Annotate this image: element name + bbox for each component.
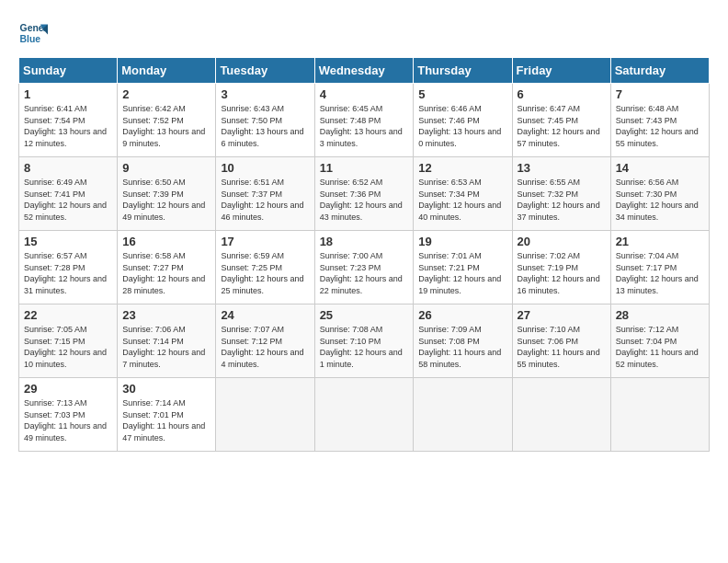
calendar-cell: 4 Sunrise: 6:45 AMSunset: 7:48 PMDayligh… (314, 84, 414, 157)
calendar-header-row: SundayMondayTuesdayWednesdayThursdayFrid… (19, 58, 710, 84)
day-number: 28 (616, 308, 704, 322)
weekday-header-sunday: Sunday (19, 58, 118, 84)
calendar-cell: 7 Sunrise: 6:48 AMSunset: 7:43 PMDayligh… (610, 84, 709, 157)
day-info: Sunrise: 6:51 AMSunset: 7:37 PMDaylight:… (221, 178, 303, 222)
day-number: 13 (518, 161, 606, 175)
calendar-week-4: 22 Sunrise: 7:05 AMSunset: 7:15 PMDaylig… (19, 304, 710, 378)
day-info: Sunrise: 6:56 AMSunset: 7:30 PMDaylight:… (616, 178, 699, 222)
day-number: 14 (616, 161, 704, 175)
day-number: 27 (518, 308, 606, 322)
day-number: 22 (24, 308, 112, 322)
weekday-header-monday: Monday (118, 58, 216, 84)
calendar-cell: 5 Sunrise: 6:46 AMSunset: 7:46 PMDayligh… (414, 84, 512, 157)
day-info: Sunrise: 7:05 AMSunset: 7:15 PMDaylight:… (24, 325, 107, 369)
calendar-cell: 13 Sunrise: 6:55 AMSunset: 7:32 PMDaylig… (512, 157, 610, 231)
day-number: 1 (24, 87, 112, 101)
calendar-cell: 17 Sunrise: 6:59 AMSunset: 7:25 PMDaylig… (216, 231, 314, 304)
day-number: 24 (221, 308, 309, 322)
calendar-cell (414, 378, 512, 452)
day-number: 26 (418, 308, 506, 322)
day-info: Sunrise: 6:48 AMSunset: 7:43 PMDaylight:… (616, 104, 699, 148)
day-info: Sunrise: 7:10 AMSunset: 7:06 PMDaylight:… (518, 325, 600, 369)
calendar-cell: 3 Sunrise: 6:43 AMSunset: 7:50 PMDayligh… (216, 84, 314, 157)
day-number: 3 (221, 87, 309, 101)
calendar-week-3: 15 Sunrise: 6:57 AMSunset: 7:28 PMDaylig… (19, 231, 710, 304)
day-info: Sunrise: 7:00 AMSunset: 7:23 PMDaylight:… (320, 251, 403, 295)
day-number: 7 (616, 87, 704, 101)
day-number: 29 (24, 382, 112, 396)
day-number: 12 (418, 161, 506, 175)
day-number: 17 (221, 235, 309, 248)
day-number: 10 (221, 161, 309, 175)
calendar-cell (610, 378, 709, 452)
calendar-cell (216, 378, 314, 452)
day-info: Sunrise: 7:09 AMSunset: 7:08 PMDaylight:… (418, 325, 501, 369)
day-info: Sunrise: 7:14 AMSunset: 7:01 PMDaylight:… (122, 398, 205, 442)
day-number: 25 (320, 308, 409, 322)
calendar-cell: 6 Sunrise: 6:47 AMSunset: 7:45 PMDayligh… (512, 84, 610, 157)
calendar-cell: 14 Sunrise: 6:56 AMSunset: 7:30 PMDaylig… (610, 157, 709, 231)
weekday-header-friday: Friday (512, 58, 610, 84)
day-number: 15 (24, 235, 112, 248)
calendar-cell: 8 Sunrise: 6:49 AMSunset: 7:41 PMDayligh… (19, 157, 118, 231)
calendar-cell: 15 Sunrise: 6:57 AMSunset: 7:28 PMDaylig… (19, 231, 118, 304)
calendar-cell: 10 Sunrise: 6:51 AMSunset: 7:37 PMDaylig… (216, 157, 314, 231)
calendar-cell: 16 Sunrise: 6:58 AMSunset: 7:27 PMDaylig… (118, 231, 216, 304)
day-number: 21 (616, 235, 704, 248)
day-info: Sunrise: 6:50 AMSunset: 7:39 PMDaylight:… (122, 178, 205, 222)
calendar-cell: 27 Sunrise: 7:10 AMSunset: 7:06 PMDaylig… (512, 304, 610, 378)
day-info: Sunrise: 6:45 AMSunset: 7:48 PMDaylight:… (320, 104, 403, 148)
day-info: Sunrise: 6:58 AMSunset: 7:27 PMDaylight:… (122, 251, 205, 295)
day-info: Sunrise: 7:07 AMSunset: 7:12 PMDaylight:… (221, 325, 303, 369)
day-info: Sunrise: 6:47 AMSunset: 7:45 PMDaylight:… (518, 104, 600, 148)
day-info: Sunrise: 7:01 AMSunset: 7:21 PMDaylight:… (418, 251, 501, 295)
day-number: 5 (418, 87, 506, 101)
weekday-header-wednesday: Wednesday (314, 58, 414, 84)
day-info: Sunrise: 6:42 AMSunset: 7:52 PMDaylight:… (122, 104, 205, 148)
calendar-cell: 12 Sunrise: 6:53 AMSunset: 7:34 PMDaylig… (414, 157, 512, 231)
day-info: Sunrise: 6:41 AMSunset: 7:54 PMDaylight:… (24, 104, 107, 148)
calendar-cell (512, 378, 610, 452)
calendar-cell: 26 Sunrise: 7:09 AMSunset: 7:08 PMDaylig… (414, 304, 512, 378)
calendar-cell: 20 Sunrise: 7:02 AMSunset: 7:19 PMDaylig… (512, 231, 610, 304)
calendar-cell: 29 Sunrise: 7:13 AMSunset: 7:03 PMDaylig… (19, 378, 118, 452)
calendar-cell: 18 Sunrise: 7:00 AMSunset: 7:23 PMDaylig… (314, 231, 414, 304)
day-number: 20 (518, 235, 606, 248)
day-info: Sunrise: 6:53 AMSunset: 7:34 PMDaylight:… (418, 178, 501, 222)
day-number: 23 (122, 308, 210, 322)
calendar-week-5: 29 Sunrise: 7:13 AMSunset: 7:03 PMDaylig… (19, 378, 710, 452)
calendar-cell: 22 Sunrise: 7:05 AMSunset: 7:15 PMDaylig… (19, 304, 118, 378)
day-info: Sunrise: 6:57 AMSunset: 7:28 PMDaylight:… (24, 251, 107, 295)
calendar-cell: 30 Sunrise: 7:14 AMSunset: 7:01 PMDaylig… (118, 378, 216, 452)
weekday-header-saturday: Saturday (610, 58, 709, 84)
calendar-cell: 1 Sunrise: 6:41 AMSunset: 7:54 PMDayligh… (19, 84, 118, 157)
day-info: Sunrise: 7:08 AMSunset: 7:10 PMDaylight:… (320, 325, 403, 369)
day-number: 4 (320, 87, 409, 101)
svg-text:Blue: Blue (20, 34, 41, 44)
calendar-cell: 9 Sunrise: 6:50 AMSunset: 7:39 PMDayligh… (118, 157, 216, 231)
day-info: Sunrise: 6:46 AMSunset: 7:46 PMDaylight:… (418, 104, 501, 148)
day-info: Sunrise: 7:06 AMSunset: 7:14 PMDaylight:… (122, 325, 205, 369)
day-number: 8 (24, 161, 112, 175)
calendar-cell: 21 Sunrise: 7:04 AMSunset: 7:17 PMDaylig… (610, 231, 709, 304)
weekday-header-tuesday: Tuesday (216, 58, 314, 84)
day-number: 19 (418, 235, 506, 248)
logo: General Blue (18, 18, 48, 48)
calendar-cell: 2 Sunrise: 6:42 AMSunset: 7:52 PMDayligh… (118, 84, 216, 157)
day-info: Sunrise: 6:49 AMSunset: 7:41 PMDaylight:… (24, 178, 107, 222)
day-number: 30 (122, 382, 210, 396)
day-info: Sunrise: 6:43 AMSunset: 7:50 PMDaylight:… (221, 104, 303, 148)
page-header: General Blue (18, 18, 710, 48)
day-info: Sunrise: 6:59 AMSunset: 7:25 PMDaylight:… (221, 251, 303, 295)
calendar-cell: 19 Sunrise: 7:01 AMSunset: 7:21 PMDaylig… (414, 231, 512, 304)
calendar-cell: 28 Sunrise: 7:12 AMSunset: 7:04 PMDaylig… (610, 304, 709, 378)
day-number: 9 (122, 161, 210, 175)
day-info: Sunrise: 7:12 AMSunset: 7:04 PMDaylight:… (616, 325, 699, 369)
day-number: 6 (518, 87, 606, 101)
day-info: Sunrise: 7:13 AMSunset: 7:03 PMDaylight:… (24, 398, 107, 442)
day-number: 2 (122, 87, 210, 101)
calendar-cell: 24 Sunrise: 7:07 AMSunset: 7:12 PMDaylig… (216, 304, 314, 378)
calendar-table: SundayMondayTuesdayWednesdayThursdayFrid… (18, 57, 710, 452)
calendar-cell (314, 378, 414, 452)
calendar-cell: 23 Sunrise: 7:06 AMSunset: 7:14 PMDaylig… (118, 304, 216, 378)
